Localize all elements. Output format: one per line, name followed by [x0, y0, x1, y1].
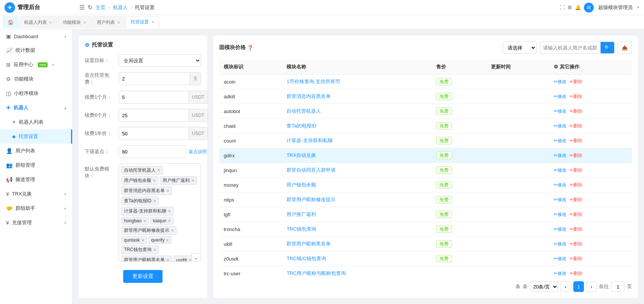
sidebar-item-recharge-mgmt[interactable]: ¥ 充值管理 ▾ [0, 216, 72, 230]
delete-btn-2[interactable]: ✏删除 [570, 108, 582, 115]
sidebar-item-robot-list[interactable]: ✈ 机器人列表 [0, 115, 72, 129]
breadcrumb-robot[interactable]: 机器人 [113, 4, 128, 11]
help-icon[interactable]: ❓ [247, 45, 253, 51]
renew-1y-input[interactable] [119, 127, 189, 140]
edit-btn-2[interactable]: ✏修改 [554, 108, 567, 115]
module-name-link-6[interactable]: 群管自动同意入群申请 [286, 167, 336, 173]
delete-btn-11[interactable]: ✏删除 [570, 241, 582, 247]
delete-btn-8[interactable]: ✏删除 [570, 197, 582, 203]
delete-btn-7[interactable]: ✏删除 [570, 182, 582, 188]
downline-input[interactable] [119, 146, 186, 158]
tab-robot-list-close[interactable]: ✕ [49, 20, 52, 25]
module-name-link-9[interactable]: 用户推广返利 [286, 211, 316, 217]
delete-btn-9[interactable]: ✏删除 [570, 211, 582, 218]
export-button[interactable]: 📤 [618, 42, 632, 54]
downline-link[interactable]: 返点说明 [189, 149, 207, 155]
tag-remove-8[interactable]: ✕ [171, 228, 174, 233]
tab-func-module[interactable]: 功能模块 ✕ [58, 16, 91, 28]
edit-btn-3[interactable]: ✏修改 [554, 123, 567, 129]
refresh-icon[interactable]: ↻ [88, 4, 93, 11]
edit-btn-4[interactable]: ✏修改 [554, 138, 567, 144]
delete-btn-6[interactable]: ✏删除 [570, 167, 582, 174]
edit-btn-9[interactable]: ✏修改 [554, 211, 567, 218]
sidebar-item-app-center[interactable]: ⊞ 应用中心 new ▾ [0, 57, 72, 72]
delete-btn-4[interactable]: ✏删除 [570, 138, 582, 144]
tab-func-module-close[interactable]: ✕ [83, 20, 86, 25]
tag-remove-7[interactable]: ✕ [168, 219, 171, 223]
user-menu[interactable]: 超 超级模块管理员 ▾ [584, 3, 639, 12]
delete-btn-0[interactable]: ✏删除 [570, 79, 582, 85]
tab-user-list[interactable]: 用户列表 ✕ [92, 16, 125, 28]
edit-btn-0[interactable]: ✏修改 [554, 79, 567, 85]
edit-btn-1[interactable]: ✏修改 [554, 93, 567, 100]
menu-icon[interactable]: ☰ [79, 4, 85, 11]
first-free-input[interactable] [119, 73, 190, 85]
sidebar-item-group-helper[interactable]: 🤝 群组助手 ▾ [0, 201, 72, 216]
sidebar-item-func-module[interactable]: ⚙ 功能模块 [0, 72, 72, 86]
renew-6m-input[interactable] [119, 109, 189, 121]
sidebar-item-mini-module[interactable]: ◫ 小程序模块 [0, 86, 72, 101]
module-name-link-7[interactable]: 用户钱包余额 [286, 182, 316, 188]
tags-scroll-btn[interactable]: ⌄ [191, 253, 201, 261]
module-name-link-13[interactable]: TRC用户昵称与昵称包查询 [286, 270, 346, 276]
delete-btn-13[interactable]: ✏删除 [570, 270, 582, 277]
module-name-link-2[interactable]: 自动托管机器人 [286, 108, 321, 114]
sidebar-item-group-mgmt[interactable]: 👥 群组管理 [0, 158, 72, 172]
tag-remove-2[interactable]: ✕ [191, 178, 194, 183]
tag-remove-4[interactable]: ✕ [153, 199, 156, 203]
grid-icon[interactable]: ⊞ [568, 5, 572, 10]
tag-remove-11[interactable]: ✕ [153, 248, 156, 252]
tag-remove-1[interactable]: ✕ [153, 178, 156, 183]
sidebar-item-stats[interactable]: 📈 统计数据 [0, 43, 72, 57]
bell-icon[interactable]: 🔔 [575, 5, 581, 10]
breadcrumb-home[interactable]: 主页 [96, 4, 105, 11]
edit-btn-5[interactable]: ✏修改 [554, 152, 567, 159]
edit-btn-10[interactable]: ✏修改 [554, 226, 567, 233]
goto-input[interactable] [611, 281, 625, 292]
edit-btn-8[interactable]: ✏修改 [554, 197, 567, 203]
renew-1m-input[interactable] [119, 91, 189, 103]
sidebar-item-user-list[interactable]: 👤 用户列表 [0, 144, 72, 158]
search-button[interactable]: 🔍 [601, 42, 614, 53]
edit-btn-7[interactable]: ✏修改 [554, 182, 567, 188]
search-input[interactable] [540, 45, 601, 51]
sidebar-item-trx-exchange[interactable]: ¥ TRX兑换 ▾ [0, 187, 72, 201]
target-select[interactable]: 全局设置 [119, 54, 201, 67]
delete-btn-5[interactable]: ✏删除 [570, 152, 582, 159]
prev-page-btn[interactable]: ‹ [560, 281, 571, 292]
module-name-link-10[interactable]: TRC钱包查询 [286, 226, 316, 232]
sidebar-item-channel-mgmt[interactable]: 📢 频道管理 [0, 172, 72, 187]
delete-btn-1[interactable]: ✏删除 [570, 93, 582, 100]
tab-custody-settings[interactable]: 托管设置 ✕ [126, 16, 159, 28]
page-1-btn[interactable]: 1 [573, 281, 584, 292]
edit-btn-13[interactable]: ✏修改 [554, 270, 567, 277]
tab-robot-list[interactable]: 机器人列表 ✕ [19, 16, 57, 28]
expand-icon[interactable]: ⛶ [560, 5, 565, 10]
tag-remove-3[interactable]: ✕ [166, 189, 169, 193]
tag-remove-9[interactable]: ✕ [141, 238, 144, 242]
module-name-link-8[interactable]: 群管用户昵称修改提示 [286, 197, 336, 202]
sidebar-item-dashboard[interactable]: ▣ Dashboard ▾ [0, 29, 72, 43]
sidebar-item-custody[interactable]: ◆ 托管设置 [0, 129, 72, 144]
module-name-link-4[interactable]: 计算器-支持群和私聊 [286, 138, 332, 143]
tag-remove-12[interactable]: ✕ [166, 258, 169, 262]
tab-user-list-close[interactable]: ✕ [117, 20, 120, 25]
tag-remove-5[interactable]: ✕ [168, 209, 171, 213]
tag-remove-10[interactable]: ✕ [166, 238, 169, 242]
tag-remove-6[interactable]: ✕ [143, 219, 146, 223]
page-size-select[interactable]: 20条/页 [530, 281, 558, 292]
module-name-link-12[interactable]: TRC钱/C钱包查询 [286, 256, 326, 261]
module-name-link-3[interactable]: 查Ta的电报ID [286, 123, 316, 129]
tag-remove-0[interactable]: ✕ [157, 168, 160, 172]
module-name-link-1[interactable]: 群管消息内容黑名单 [286, 93, 331, 99]
module-name-link-5[interactable]: TRX自动兑换 [286, 152, 316, 158]
edit-btn-11[interactable]: ✏修改 [554, 241, 567, 247]
search-select[interactable]: 请选择 [503, 42, 537, 54]
delete-btn-10[interactable]: ✏删除 [570, 226, 582, 233]
update-settings-button[interactable]: 更新设置 [123, 270, 163, 283]
sidebar-item-robot[interactable]: ✈ 机器人 ▴ [0, 101, 72, 115]
edit-btn-12[interactable]: ✏修改 [554, 256, 567, 262]
module-name-link-0[interactable]: 1币价格查询-支持所有币 [286, 79, 340, 84]
tab-home[interactable]: 🏠 [3, 16, 19, 28]
delete-btn-12[interactable]: ✏删除 [570, 256, 582, 262]
